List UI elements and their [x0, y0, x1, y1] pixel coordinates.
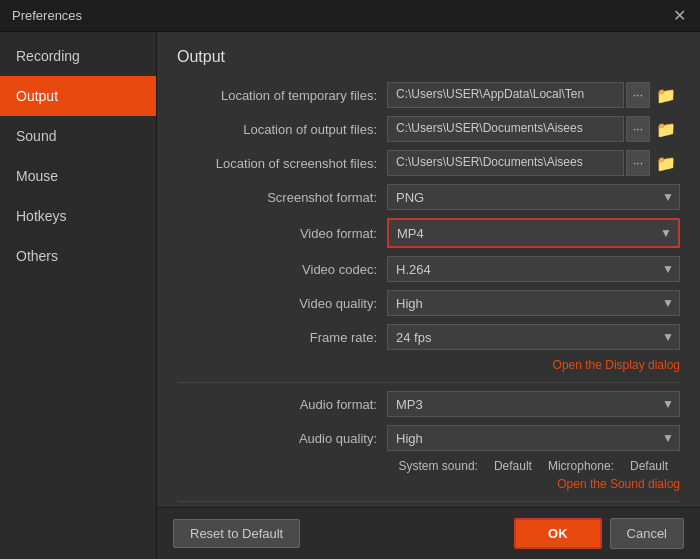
- screenshot-files-control: C:\Users\USER\Documents\Aisees ··· 📁: [387, 150, 680, 176]
- video-format-control: MP4 AVI MOV FLV ▼: [387, 218, 680, 248]
- video-codec-select[interactable]: H.264 H.265 MPEG-4: [387, 256, 680, 282]
- video-format-select[interactable]: MP4 AVI MOV FLV: [389, 220, 678, 246]
- system-sound-status-label: System sound:: [399, 459, 478, 473]
- temp-files-value: C:\Users\USER\AppData\Local\Ten: [387, 82, 624, 108]
- bottom-actions: OK Cancel: [514, 518, 684, 549]
- audio-quality-select-wrap: High Medium Low ▼: [387, 425, 680, 451]
- titlebar: Preferences ✕: [0, 0, 700, 32]
- bottom-bar: Reset to Default OK Cancel: [157, 507, 700, 559]
- system-sound-status-row: System sound: Default Microphone: Defaul…: [177, 459, 680, 473]
- video-format-row: Video format: MP4 AVI MOV FLV ▼: [177, 218, 680, 248]
- video-quality-label: Video quality:: [177, 296, 387, 311]
- audio-format-select[interactable]: MP3 AAC WAV: [387, 391, 680, 417]
- sidebar-item-output[interactable]: Output: [0, 76, 156, 116]
- screenshot-format-select[interactable]: PNG JPG BMP: [387, 184, 680, 210]
- main-layout: Recording Output Sound Mouse Hotkeys Oth…: [0, 32, 700, 559]
- audio-format-row: Audio format: MP3 AAC WAV ▼: [177, 391, 680, 417]
- output-files-row: Location of output files: C:\Users\USER\…: [177, 116, 680, 142]
- output-files-label: Location of output files:: [177, 122, 387, 137]
- audio-quality-control: High Medium Low ▼: [387, 425, 680, 451]
- reset-to-default-button[interactable]: Reset to Default: [173, 519, 300, 548]
- section-title: Output: [177, 48, 680, 66]
- window-title: Preferences: [12, 8, 82, 23]
- audio-format-label: Audio format:: [177, 397, 387, 412]
- output-files-dots-button[interactable]: ···: [626, 116, 650, 142]
- screenshot-format-select-wrap: PNG JPG BMP ▼: [387, 184, 680, 210]
- divider: [177, 382, 680, 383]
- system-sound-status-value: Default: [494, 459, 532, 473]
- sidebar-item-mouse[interactable]: Mouse: [0, 156, 156, 196]
- temp-files-control: C:\Users\USER\AppData\Local\Ten ··· 📁: [387, 82, 680, 108]
- ok-button[interactable]: OK: [514, 518, 602, 549]
- audio-format-control: MP3 AAC WAV ▼: [387, 391, 680, 417]
- video-codec-row: Video codec: H.264 H.265 MPEG-4 ▼: [177, 256, 680, 282]
- display-dialog-link[interactable]: Open the Display dialog: [177, 358, 680, 372]
- screenshot-files-dots-button[interactable]: ···: [626, 150, 650, 176]
- frame-rate-select-wrap: 24 fps 30 fps 60 fps ▼: [387, 324, 680, 350]
- output-files-folder-button[interactable]: 📁: [652, 118, 680, 141]
- sound-dialog-link[interactable]: Open the Sound dialog: [177, 477, 680, 491]
- temp-files-row: Location of temporary files: C:\Users\US…: [177, 82, 680, 108]
- close-button[interactable]: ✕: [670, 7, 688, 25]
- microphone-status-value: Default: [630, 459, 668, 473]
- video-codec-label: Video codec:: [177, 262, 387, 277]
- screenshot-files-value: C:\Users\USER\Documents\Aisees: [387, 150, 624, 176]
- frame-rate-row: Frame rate: 24 fps 30 fps 60 fps ▼: [177, 324, 680, 350]
- audio-quality-row: Audio quality: High Medium Low ▼: [177, 425, 680, 451]
- frame-rate-label: Frame rate:: [177, 330, 387, 345]
- screenshot-format-control: PNG JPG BMP ▼: [387, 184, 680, 210]
- output-files-value: C:\Users\USER\Documents\Aisees: [387, 116, 624, 142]
- video-quality-select-wrap: High Medium Low ▼: [387, 290, 680, 316]
- sidebar-item-others[interactable]: Others: [0, 236, 156, 276]
- video-format-select-wrap: MP4 AVI MOV FLV ▼: [387, 218, 680, 248]
- temp-files-dots-button[interactable]: ···: [626, 82, 650, 108]
- video-quality-row: Video quality: High Medium Low ▼: [177, 290, 680, 316]
- content-area: Output Location of temporary files: C:\U…: [157, 32, 700, 559]
- audio-quality-select[interactable]: High Medium Low: [387, 425, 680, 451]
- audio-quality-label: Audio quality:: [177, 431, 387, 446]
- frame-rate-select[interactable]: 24 fps 30 fps 60 fps: [387, 324, 680, 350]
- output-files-control: C:\Users\USER\Documents\Aisees ··· 📁: [387, 116, 680, 142]
- microphone-status-label: Microphone:: [548, 459, 614, 473]
- screenshot-format-row: Screenshot format: PNG JPG BMP ▼: [177, 184, 680, 210]
- temp-files-folder-button[interactable]: 📁: [652, 84, 680, 107]
- cancel-button[interactable]: Cancel: [610, 518, 684, 549]
- audio-format-select-wrap: MP3 AAC WAV ▼: [387, 391, 680, 417]
- video-codec-select-wrap: H.264 H.265 MPEG-4 ▼: [387, 256, 680, 282]
- sidebar-item-recording[interactable]: Recording: [0, 36, 156, 76]
- temp-files-label: Location of temporary files:: [177, 88, 387, 103]
- screenshot-files-row: Location of screenshot files: C:\Users\U…: [177, 150, 680, 176]
- video-quality-select[interactable]: High Medium Low: [387, 290, 680, 316]
- screenshot-format-label: Screenshot format:: [177, 190, 387, 205]
- screenshot-files-label: Location of screenshot files:: [177, 156, 387, 171]
- sidebar: Recording Output Sound Mouse Hotkeys Oth…: [0, 32, 157, 559]
- sound-divider: [177, 501, 680, 502]
- video-codec-control: H.264 H.265 MPEG-4 ▼: [387, 256, 680, 282]
- sidebar-item-sound[interactable]: Sound: [0, 116, 156, 156]
- screenshot-files-folder-button[interactable]: 📁: [652, 152, 680, 175]
- frame-rate-control: 24 fps 30 fps 60 fps ▼: [387, 324, 680, 350]
- video-quality-control: High Medium Low ▼: [387, 290, 680, 316]
- sidebar-item-hotkeys[interactable]: Hotkeys: [0, 196, 156, 236]
- video-format-label: Video format:: [177, 226, 387, 241]
